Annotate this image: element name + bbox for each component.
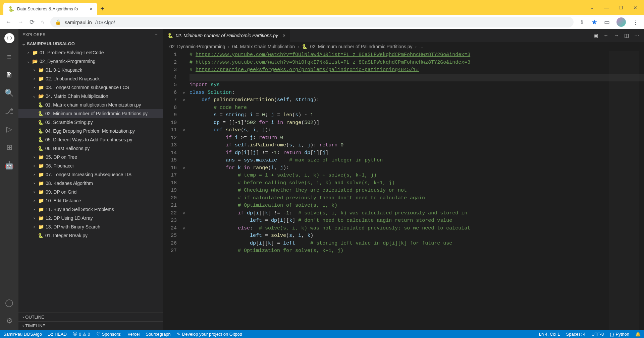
reload-icon[interactable]: ⟳ xyxy=(30,18,35,26)
folder-item[interactable]: ›📁07. Longest Increasing Subsequence LIS xyxy=(18,170,163,179)
home-icon[interactable]: ⌂ xyxy=(41,19,44,26)
folder-item[interactable]: ⌄📂02_Dynamic-Programming xyxy=(18,57,163,66)
fold-gutter[interactable]: vvvvvv xyxy=(183,51,190,330)
folder-item[interactable]: ›📁11. Buy and Sell Stock Problems xyxy=(18,205,163,214)
outline-section[interactable]: ›OUTLINE xyxy=(18,313,163,321)
file-item[interactable]: 🐍03. Scramble String.py xyxy=(18,118,163,127)
tree-item-label: 08. Kadanes Algorithm xyxy=(46,181,93,186)
folder-item[interactable]: ›📁01_Problem-Solving-LeetCode xyxy=(18,48,163,57)
folder-icon: 📁 xyxy=(38,181,44,186)
reader-icon[interactable]: ▭ xyxy=(604,18,610,26)
folder-item[interactable]: ›📁12. DP Using 1D Array xyxy=(18,214,163,222)
new-tab-button[interactable]: + xyxy=(97,3,107,15)
layout-icon[interactable]: ▣ xyxy=(593,32,598,39)
browser-tab-strip: 🐍 Data Structures & Algorithms fo × + ⌄ … xyxy=(0,0,644,15)
folder-icon: 📁 xyxy=(32,50,38,55)
settings-icon[interactable]: ⚙ xyxy=(6,317,13,325)
minimize-icon[interactable]: ― xyxy=(604,5,609,10)
close-icon[interactable]: × xyxy=(90,6,93,12)
folder-icon: 📁 xyxy=(38,189,44,195)
profile-avatar[interactable] xyxy=(616,17,626,27)
more-icon[interactable]: ⋯ xyxy=(155,32,159,37)
folder-item[interactable]: ›📁03. Longest common subsequence LCS xyxy=(18,83,163,92)
folder-item[interactable]: ›📁08. Kadanes Algorithm xyxy=(18,179,163,188)
close-icon[interactable]: × xyxy=(283,33,285,38)
status-position[interactable]: Ln 4, Col 1 xyxy=(539,332,560,337)
status-gitpod[interactable]: ✎ Develop your project on Gitpod xyxy=(177,332,242,337)
code-editor[interactable]: 1234567891011121314151617181920212223242… xyxy=(163,51,644,330)
folder-item[interactable]: ›📁09. DP on Grid xyxy=(18,188,163,196)
tree-item-label: 01_Problem-Solving-LeetCode xyxy=(40,50,104,55)
source-control-icon[interactable]: ⎇ xyxy=(5,107,13,116)
tree-item-label: 07. Longest Increasing Subsequence LIS xyxy=(46,172,131,177)
status-branch[interactable]: ⎇ HEAD xyxy=(48,332,67,337)
forward-icon[interactable]: → xyxy=(614,32,619,39)
repo-header[interactable]: ⌄ SAMIRPAUL1/DSALGO xyxy=(18,39,163,48)
status-sponsors[interactable]: ♡ Sponsors: xyxy=(96,332,122,337)
folder-item[interactable]: ⌄📂04. Matrix Chain Multiplication xyxy=(18,92,163,100)
files-icon[interactable]: 🗎 xyxy=(6,71,13,79)
browser-toolbar: ← → ⟳ ⌂ 🔒 samirpaul.in/DSAlgo/ ⇪ ★ ▭ ⋮ xyxy=(0,15,644,29)
split-icon[interactable]: ◫ xyxy=(624,32,629,39)
bookmark-icon[interactable]: ★ xyxy=(591,18,597,26)
file-item[interactable]: 🐍04. Egg Dropping Problem Memoization.py xyxy=(18,127,163,135)
status-repo[interactable]: SamirPaul1/DSAlgo xyxy=(3,332,42,337)
search-icon[interactable]: 🔍 xyxy=(5,89,14,97)
back-icon[interactable]: ← xyxy=(5,19,11,26)
run-icon[interactable]: ▷ xyxy=(6,125,12,134)
close-window-icon[interactable]: ✕ xyxy=(633,5,637,10)
activity-bar: ⎔ ≡ 🗎 🔍 ⎇ ▷ ⊞ 🤖 ◯ ⚙ xyxy=(0,29,18,330)
lock-icon: 🔒 xyxy=(55,19,61,25)
minimap[interactable] xyxy=(609,51,639,330)
menu-icon[interactable]: ≡ xyxy=(7,53,11,61)
browser-tab[interactable]: 🐍 Data Structures & Algorithms fo × xyxy=(3,3,97,15)
address-bar[interactable]: 🔒 samirpaul.in/DSAlgo/ xyxy=(50,17,574,27)
folder-icon: 📁 xyxy=(38,224,44,229)
tree-item-label: 03. Scramble String.py xyxy=(45,120,93,125)
python-icon: 🐍 xyxy=(167,33,173,38)
tree-item-label: 02_Dynamic-Programming xyxy=(40,59,96,64)
folder-item[interactable]: ›📁02. Unobunded Knapsack xyxy=(18,74,163,83)
file-item[interactable]: 🐍01. Matrix chain multiplication Memoiza… xyxy=(18,100,163,109)
explorer-sidebar: EXPLORER ⋯ ⌄ SAMIRPAUL1/DSALGO ›📁01_Prob… xyxy=(18,29,163,330)
status-spaces[interactable]: Spaces: 4 xyxy=(566,332,586,337)
maximize-icon[interactable]: ❐ xyxy=(619,5,623,10)
chevron-down-icon[interactable]: ⌄ xyxy=(590,5,594,10)
robot-icon[interactable]: 🤖 xyxy=(5,161,14,170)
forward-icon[interactable]: → xyxy=(17,19,23,26)
status-vercel[interactable]: Vercel xyxy=(127,332,140,337)
tree-item-label: 02. Unobunded Knapsack xyxy=(46,76,100,81)
status-problems[interactable]: ⓧ 0 ⚠ 0 xyxy=(73,331,90,337)
folder-icon: 📁 xyxy=(38,198,44,203)
tree-item-label: 01. Matrix chain multiplication Memoizat… xyxy=(45,102,141,108)
share-icon[interactable]: ⇪ xyxy=(580,18,585,26)
account-icon[interactable]: ◯ xyxy=(5,298,13,307)
more-icon[interactable]: ⋯ xyxy=(634,32,639,39)
status-sourcegraph[interactable]: Sourcegraph xyxy=(146,332,170,337)
file-item[interactable]: 🐍06. Burst Balloons.py xyxy=(18,144,163,153)
breadcrumbs[interactable]: 02_Dynamic-Programming› 04. Matrix Chain… xyxy=(163,42,644,51)
folder-item[interactable]: ›📁06. Fibonacci xyxy=(18,161,163,170)
folder-item[interactable]: ›📁05. DP on Tree xyxy=(18,153,163,161)
python-icon: 🐍 xyxy=(38,120,44,125)
menu-icon[interactable]: ⋮ xyxy=(633,18,639,26)
editor-tab[interactable]: 🐍 02. Minimum number of Palindromic Part… xyxy=(163,29,290,42)
back-icon[interactable]: ← xyxy=(603,32,608,39)
folder-item[interactable]: ›📁13. DP with Binary Search xyxy=(18,222,163,231)
status-encoding[interactable]: UTF-8 xyxy=(591,332,604,337)
notifications-icon[interactable]: 🔔 xyxy=(635,332,641,337)
folder-icon: 📁 xyxy=(38,67,44,73)
status-language[interactable]: { } Python xyxy=(610,332,629,337)
file-item[interactable]: 🐍05. Different Ways to Add Parentheses.p… xyxy=(18,135,163,144)
chevron-right-icon: › xyxy=(32,172,37,177)
folder-item[interactable]: ›📁10. Edit Distance xyxy=(18,196,163,205)
github-icon[interactable]: ⎔ xyxy=(4,33,14,43)
tree-item-label: 03. Longest common subsequence LCS xyxy=(46,85,129,90)
code-content[interactable]: # https://www.youtube.com/watch?v=fOUlNl… xyxy=(190,51,644,330)
folder-item[interactable]: ›📁01. 0-1 Knapsack xyxy=(18,66,163,74)
timeline-section[interactable]: ›TIMELINE xyxy=(18,321,163,330)
extensions-icon[interactable]: ⊞ xyxy=(6,143,12,152)
file-item[interactable]: 🐍02. Minimum number of Palindromic Parti… xyxy=(18,109,163,118)
file-item[interactable]: 🐍01. Integer Break.py xyxy=(18,231,163,240)
folder-icon: 📁 xyxy=(38,154,44,160)
